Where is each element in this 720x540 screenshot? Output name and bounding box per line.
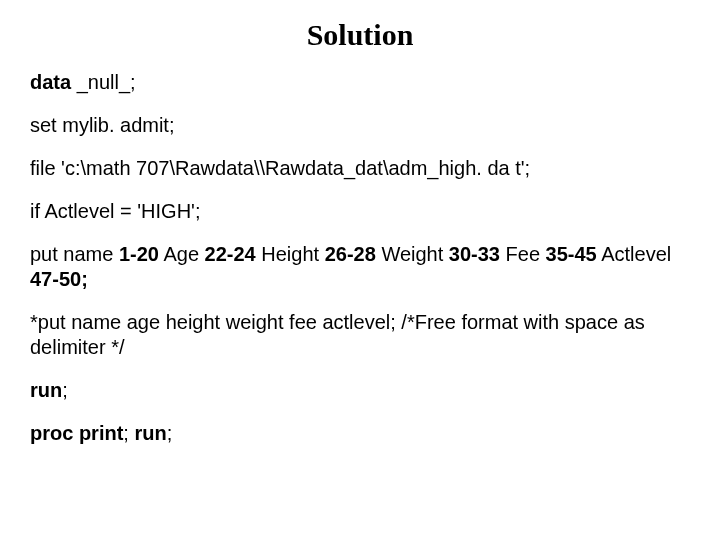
put-text-4: Weight [376, 243, 449, 265]
slide-title: Solution [30, 18, 690, 52]
put-col-2: 22-24 [205, 243, 256, 265]
slide: Solution data _null_; set mylib. admit; … [0, 0, 720, 540]
put-text-3: Height [256, 243, 325, 265]
keyword-proc-print: proc print [30, 422, 123, 444]
put-col-3: 26-28 [325, 243, 376, 265]
code-line-if: if Actlevel = 'HIGH'; [30, 199, 690, 224]
put-col-1: 1-20 [119, 243, 159, 265]
keyword-data: data [30, 71, 71, 93]
code-line-put: put name 1-20 Age 22-24 Height 26-28 Wei… [30, 242, 690, 292]
code-line-proc: proc print; run; [30, 421, 690, 446]
put-text-1: put name [30, 243, 119, 265]
keyword-run: run [30, 379, 62, 401]
text-semicolon-2: ; [123, 422, 134, 444]
text-semicolon-1: ; [62, 379, 68, 401]
put-col-4: 30-33 [449, 243, 500, 265]
code-line-set: set mylib. admit; [30, 113, 690, 138]
code-line-run: run; [30, 378, 690, 403]
text-null: _null_; [71, 71, 136, 93]
put-text-5: Fee [500, 243, 546, 265]
code-line-comment: *put name age height weight fee actlevel… [30, 310, 690, 360]
code-line-file: file 'c:\math 707\Rawdata\\Rawdata_dat\a… [30, 156, 690, 181]
text-semicolon-3: ; [167, 422, 173, 444]
put-col-5: 35-45 [546, 243, 597, 265]
code-line-data: data _null_; [30, 70, 690, 95]
put-text-6: Actlevel [597, 243, 671, 265]
keyword-run-2: run [134, 422, 166, 444]
put-col-6: 47-50; [30, 268, 88, 290]
put-text-2: Age [159, 243, 205, 265]
